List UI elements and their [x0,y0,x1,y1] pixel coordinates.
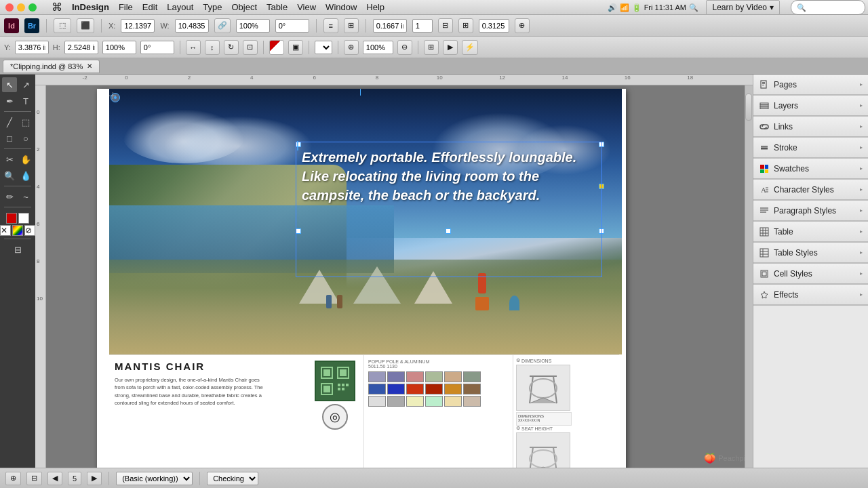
preflight-btn[interactable]: ⊟ [26,472,42,485]
type-tool[interactable]: T [18,94,33,108]
lightning-btn[interactable]: ⚡ [462,40,478,55]
angle2-input[interactable] [140,41,174,54]
character-styles-label: Character Styles [774,185,856,195]
nav-next-btn[interactable]: ▶ [87,472,102,485]
learn-by-video-button[interactable]: Learn by Video ▾ [706,0,780,15]
cursor-indicator [297,141,298,150]
scissors-tool[interactable]: ✂ [2,152,17,167]
scrollbar-vertical[interactable] [745,85,753,468]
preview-btn[interactable]: ▶ [443,40,458,55]
hand-tool[interactable]: ✋ [18,152,33,167]
color-profile-select[interactable]: (Basic (working)) [116,472,193,485]
swatches-icon [759,163,770,174]
menu-layout[interactable]: Layout [167,2,193,12]
h-input[interactable] [64,41,98,54]
menu-table[interactable]: Table [267,2,288,12]
zoom-tool[interactable]: 🔍 [2,168,17,183]
angle1-input[interactable] [275,19,309,33]
none-swatch[interactable]: ⊘ [24,225,35,236]
pen-tool[interactable]: ✒ [2,94,17,108]
pencil-tool[interactable]: ✏ [2,189,17,204]
percent1-input[interactable] [236,19,270,33]
menu-window[interactable]: Window [326,2,357,12]
character-styles-header[interactable]: A Character Styles ▸ [753,180,868,200]
stroke-color[interactable] [18,213,29,224]
dropper-tool[interactable]: 💧 [18,168,33,183]
style-btn[interactable]: ⊞ [458,18,473,33]
pages-panel-header[interactable]: Pages ▸ [753,75,868,95]
scrollbar-thumb[interactable] [745,94,752,121]
gradient-swatch[interactable] [12,225,23,236]
rotate-btn[interactable]: ↻ [224,40,239,55]
w-input[interactable] [175,19,209,33]
zoom-in-btn[interactable]: ⊕ [344,40,359,55]
product-title: MANTIS CHAIR [115,361,271,372]
search-input[interactable]: 🔍 [791,0,865,15]
close-button[interactable] [5,3,14,12]
menu-type[interactable]: Type [203,2,222,12]
text-frame[interactable]: Extremely portable. Effortlessly loungab… [296,142,602,277]
zoom-out-btn[interactable]: ⊖ [397,40,412,55]
layers-panel-header[interactable]: Layers ▸ [753,96,868,116]
position-indicator[interactable] [111,93,120,102]
transform-btn[interactable]: ⊡ [243,40,258,55]
stroke-width-input[interactable] [373,19,407,33]
tab-close-btn[interactable]: ✕ [87,62,92,70]
h-label: H: [53,43,60,52]
table-styles-header[interactable]: Table Styles ▸ [753,243,868,263]
fill-color[interactable] [6,213,17,224]
paragraph-styles-header[interactable]: Paragraph Styles ▸ [753,201,868,221]
direct-select-btn[interactable]: ⬛ [77,18,94,33]
distribute-btn[interactable]: ⊞ [344,18,359,33]
rect-tool[interactable]: □ [2,131,17,146]
effects-panel-header[interactable]: Effects ▸ [753,285,868,305]
page-input[interactable] [412,19,433,33]
pages-label: Pages [774,80,856,89]
ruler-num: 6 [313,75,315,81]
menu-object[interactable]: Object [232,2,258,12]
error-btn[interactable]: ⊕ [5,472,21,485]
apple-menu[interactable]: ⌘ [52,1,62,14]
links-panel-header[interactable]: Links ▸ [753,117,868,137]
fill-none[interactable]: ✕ [0,225,11,236]
menu-file[interactable]: File [119,2,133,12]
selection-tool[interactable]: ↖ [2,77,17,92]
color-btn[interactable] [269,40,284,55]
maximize-button[interactable] [28,3,37,12]
minimize-button[interactable] [17,3,25,12]
document-tab[interactable]: *Clipping.indd @ 83% ✕ [3,60,100,73]
canvas-content[interactable]: Extremely portable. Effortlessly loungab… [46,85,753,468]
stroke-align-btn[interactable]: ⊟ [438,18,453,33]
fill-btn[interactable]: ▣ [288,40,303,55]
style-dropdown[interactable] [315,41,332,54]
table-panel-header[interactable]: Table ▸ [753,222,868,242]
align-btn[interactable]: ≡ [323,18,338,33]
smooth-tool[interactable]: ~ [18,189,33,204]
swatches-panel-header[interactable]: Swatches ▸ [753,159,868,179]
zoom-input[interactable] [363,41,393,54]
spell-check-select[interactable]: Checking [207,472,258,485]
cell-styles-header[interactable]: Cell Styles ▸ [753,264,868,284]
percent2-input[interactable] [102,41,136,54]
more-btn[interactable]: ⊕ [515,18,530,33]
val2-input[interactable] [479,19,509,33]
stroke-panel-header[interactable]: Stroke ▸ [753,138,868,158]
apply-none[interactable]: ⊟ [10,242,25,257]
flip-h-btn[interactable]: ↔ [186,40,201,55]
menu-edit[interactable]: Edit [142,2,157,12]
menu-view[interactable]: View [297,2,316,12]
ellipse-tool[interactable]: ○ [18,131,33,146]
frame-tool[interactable]: ⬚ [18,115,33,129]
direct-select-tool[interactable]: ↗ [18,77,33,92]
nav-prev-btn[interactable]: ◀ [47,472,62,485]
select-tool-btn[interactable]: ⬚ [54,18,71,33]
constrain-btn[interactable]: 🔗 [214,18,231,33]
x-input[interactable] [121,19,155,33]
view-mode-btn[interactable]: ⊞ [424,40,439,55]
flip-v-btn[interactable]: ↕ [205,40,220,55]
menu-indesign[interactable]: InDesign [72,2,109,12]
chairs-section: POPUP POLE & ALUMINUM5011.50 1130 [363,354,619,468]
y-input[interactable] [15,41,49,54]
line-tool[interactable]: ╱ [2,115,17,129]
menu-help[interactable]: Help [366,2,384,12]
